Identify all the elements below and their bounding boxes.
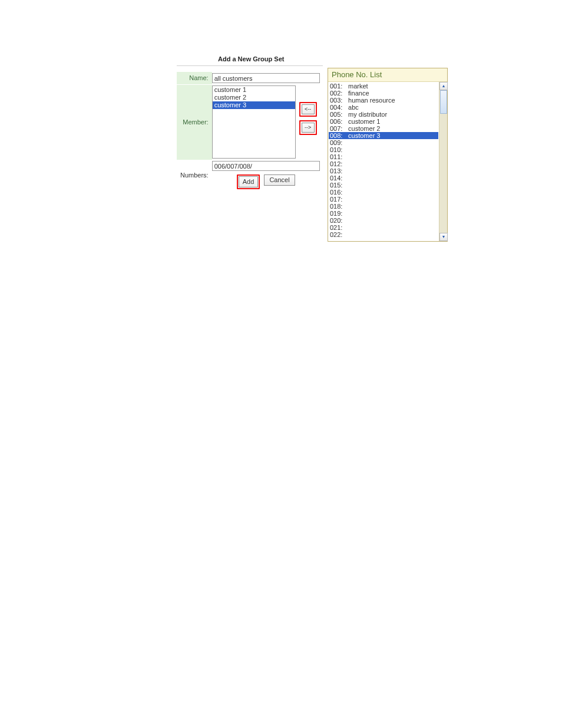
list-item-number: 022: xyxy=(329,231,346,238)
list-item-number: 019: xyxy=(329,210,346,217)
list-item-number: 020: xyxy=(329,217,346,224)
page-title: Add a New Group Set xyxy=(218,55,284,62)
list-item-label: my distributor xyxy=(346,111,387,118)
scroll-thumb[interactable] xyxy=(440,90,447,114)
phone-list-title: Phone No. List xyxy=(328,68,447,82)
list-item-label: customer 3 xyxy=(346,132,380,139)
list-item[interactable]: 017: xyxy=(329,196,438,203)
list-item[interactable]: customer 2 xyxy=(213,94,295,101)
list-item[interactable]: 010: xyxy=(329,146,438,153)
scroll-track[interactable] xyxy=(439,90,447,233)
list-item[interactable]: customer 3 xyxy=(213,101,295,109)
phone-listbox[interactable]: 001: market002: finance003: human resour… xyxy=(329,83,438,241)
list-item[interactable]: 015: xyxy=(329,182,438,189)
list-item-number: 006: xyxy=(329,118,346,125)
list-item-number: 018: xyxy=(329,203,346,210)
list-item-number: 003: xyxy=(329,97,346,104)
list-item-number: 012: xyxy=(329,160,346,167)
list-item[interactable]: 019: xyxy=(329,210,438,217)
list-item[interactable]: 006: customer 1 xyxy=(329,118,438,125)
divider xyxy=(177,65,323,66)
list-item-number: 021: xyxy=(329,224,346,231)
list-item-number: 014: xyxy=(329,174,346,182)
scrollbar[interactable]: ▴ ▾ xyxy=(439,82,447,241)
list-item-number: 008: xyxy=(329,132,346,139)
list-item-label: human resource xyxy=(346,97,395,104)
list-item[interactable]: 012: xyxy=(329,160,438,167)
list-item-number: 016: xyxy=(329,189,346,196)
list-item-number: 011: xyxy=(329,153,346,160)
scroll-up-icon[interactable]: ▴ xyxy=(439,82,448,90)
list-item[interactable]: customer 1 xyxy=(213,86,295,94)
list-item-number: 017: xyxy=(329,196,346,203)
list-item-number: 013: xyxy=(329,167,346,174)
highlight-outline: Add xyxy=(237,174,260,189)
list-item[interactable]: 018: xyxy=(329,203,438,210)
numbers-label: Numbers: xyxy=(177,160,212,190)
highlight-outline: --> xyxy=(299,120,317,135)
list-item[interactable]: 002: finance xyxy=(329,90,438,97)
list-item-number: 001: xyxy=(329,83,346,90)
name-input[interactable] xyxy=(212,73,320,83)
cancel-button[interactable]: Cancel xyxy=(264,174,295,186)
list-item[interactable]: 003: human resource xyxy=(329,97,438,104)
list-item[interactable]: 001: market xyxy=(329,83,438,90)
list-item-number: 009: xyxy=(329,139,346,146)
list-item-number: 015: xyxy=(329,182,346,189)
numbers-input[interactable] xyxy=(212,161,320,171)
list-item-label: finance xyxy=(346,90,369,97)
phone-list-panel: Phone No. List 001: market002: finance00… xyxy=(328,68,448,242)
list-item-number: 007: xyxy=(329,125,346,132)
list-item-number: 002: xyxy=(329,90,346,97)
list-item-label: customer 1 xyxy=(346,118,380,125)
list-item[interactable]: 022: xyxy=(329,231,438,238)
list-item[interactable]: 020: xyxy=(329,217,438,224)
list-item[interactable]: 009: xyxy=(329,139,438,146)
list-item[interactable]: 016: xyxy=(329,189,438,196)
list-item[interactable]: 011: xyxy=(329,153,438,160)
member-listbox[interactable]: customer 1customer 2customer 3 xyxy=(212,85,296,159)
list-item-label: abc xyxy=(346,104,359,111)
list-item[interactable]: 007: customer 2 xyxy=(329,125,438,132)
highlight-outline: <-- xyxy=(299,102,317,117)
list-item[interactable]: 014: xyxy=(329,174,438,182)
name-label: Name: xyxy=(177,72,212,84)
list-item[interactable]: 013: xyxy=(329,167,438,174)
list-item-number: 010: xyxy=(329,146,346,153)
list-item-label: customer 2 xyxy=(346,125,380,132)
add-button[interactable]: Add xyxy=(239,176,259,187)
list-item-number: 004: xyxy=(329,104,346,111)
move-right-button[interactable]: --> xyxy=(302,123,315,133)
list-item[interactable]: 021: xyxy=(329,224,438,231)
list-item-label: market xyxy=(346,83,368,90)
member-label: Member: xyxy=(177,84,212,160)
list-item-number: 005: xyxy=(329,111,346,118)
list-item[interactable]: 008: customer 3 xyxy=(329,132,438,139)
list-item[interactable]: 004: abc xyxy=(329,104,438,111)
list-item[interactable]: 005: my distributor xyxy=(329,111,438,118)
scroll-down-icon[interactable]: ▾ xyxy=(439,233,448,241)
move-left-button[interactable]: <-- xyxy=(302,104,315,114)
